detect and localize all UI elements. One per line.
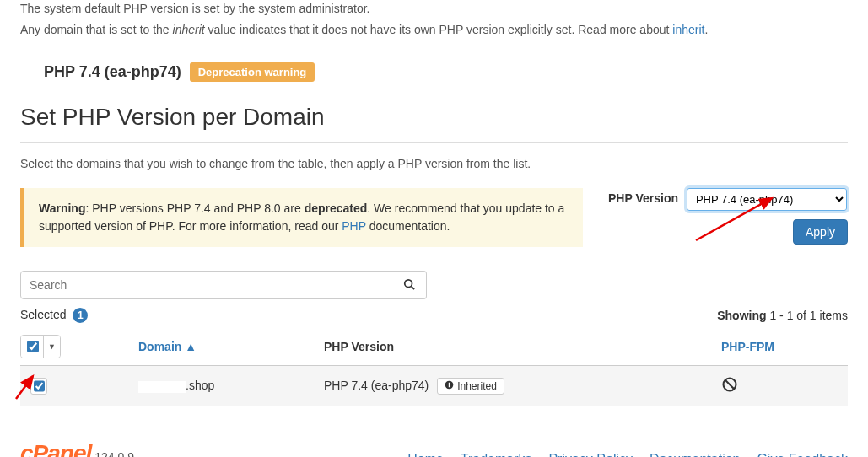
intro-text-3: . [704, 23, 708, 36]
footer-link-home[interactable]: Home [407, 452, 444, 457]
footer-link-trademarks[interactable]: Trademarks [461, 452, 532, 457]
php-version-panel: PHP Version PHP 7.4 (ea-php74) Apply [608, 188, 848, 245]
callout-warning-word: Warning [39, 202, 85, 215]
selected-label: Selected [20, 308, 66, 321]
deprecation-callout: Warning: PHP versions PHP 7.4 and PHP 8.… [20, 188, 583, 247]
info-icon [445, 380, 454, 392]
footer-links: Home Trademarks Privacy Policy Documenta… [394, 452, 848, 457]
version-cell: PHP 7.4 (ea-php74) [324, 379, 429, 392]
search-icon [403, 278, 415, 293]
svg-rect-4 [449, 382, 450, 383]
php-doc-link[interactable]: PHP [342, 219, 366, 233]
svg-point-0 [404, 279, 412, 287]
search-button[interactable] [391, 271, 427, 299]
intro-text-2: value indicates that it does not have it… [205, 23, 673, 36]
cpanel-logo-block: cPanel 124.0.9 [20, 440, 134, 457]
intro-line-1: The system default PHP version is set by… [20, 0, 848, 18]
inherited-label: Inherited [457, 380, 497, 392]
showing-range: 1 - 1 of 1 items [767, 309, 848, 322]
cpanel-version: 124.0.9 [94, 450, 134, 457]
svg-line-6 [725, 380, 735, 390]
php-version-label: PHP Version [608, 191, 678, 205]
table-header-row: ▼ Domain ▲ PHP Version PHP-FPM [20, 328, 848, 366]
current-php-row: PHP 7.4 (ea-php74) Deprecation warning [44, 62, 848, 82]
column-header-domain[interactable]: Domain ▲ [138, 340, 197, 353]
footer-link-feedback[interactable]: Give Feedback [757, 452, 848, 457]
footer-link-privacy[interactable]: Privacy Policy [548, 452, 633, 457]
pagination-info: Showing 1 - 1 of 1 items [717, 309, 848, 322]
row-checkbox[interactable] [34, 380, 45, 392]
php-version-select[interactable]: PHP 7.4 (ea-php74) [687, 188, 847, 211]
column-header-version: PHP Version [324, 340, 394, 353]
select-all-dropdown[interactable]: ▼ [43, 336, 60, 358]
intro-text: Any domain that is set to the [20, 23, 173, 36]
section-subtext: Select the domains that you wish to chan… [20, 155, 848, 173]
select-all-checkbox[interactable] [27, 341, 39, 352]
apply-button[interactable]: Apply [793, 219, 848, 245]
intro-em: inherit [173, 23, 205, 36]
svg-line-1 [411, 286, 414, 289]
search-input[interactable] [20, 271, 391, 299]
section-title: Set PHP Version per Domain [20, 104, 848, 143]
cpanel-logo: cPanel [20, 440, 91, 457]
selected-count-badge: 1 [73, 308, 88, 323]
intro-line-2: Any domain that is set to the inherit va… [20, 21, 848, 39]
selected-indicator: Selected 1 [20, 308, 88, 323]
select-all-control[interactable]: ▼ [20, 335, 61, 358]
current-php-label: PHP 7.4 (ea-php74) [44, 63, 181, 81]
domain-cell: .shop [186, 379, 214, 392]
domain-redacted [138, 381, 186, 393]
footer-link-docs[interactable]: Documentation [650, 452, 741, 457]
callout-deprecated-word: deprecated [305, 202, 368, 215]
inherit-link[interactable]: inherit [672, 23, 704, 36]
blocked-icon [721, 382, 738, 395]
svg-rect-3 [449, 384, 450, 386]
inherited-badge: Inherited [437, 378, 504, 395]
showing-label: Showing [717, 309, 766, 322]
callout-text-3: documentation. [366, 219, 450, 233]
callout-text-1: : PHP versions PHP 7.4 and PHP 8.0 are [85, 202, 304, 215]
column-header-fpm[interactable]: PHP-FPM [721, 340, 774, 353]
deprecation-warning-badge: Deprecation warning [190, 62, 315, 82]
table-row: .shop PHP 7.4 (ea-php74) Inherited [20, 366, 848, 406]
